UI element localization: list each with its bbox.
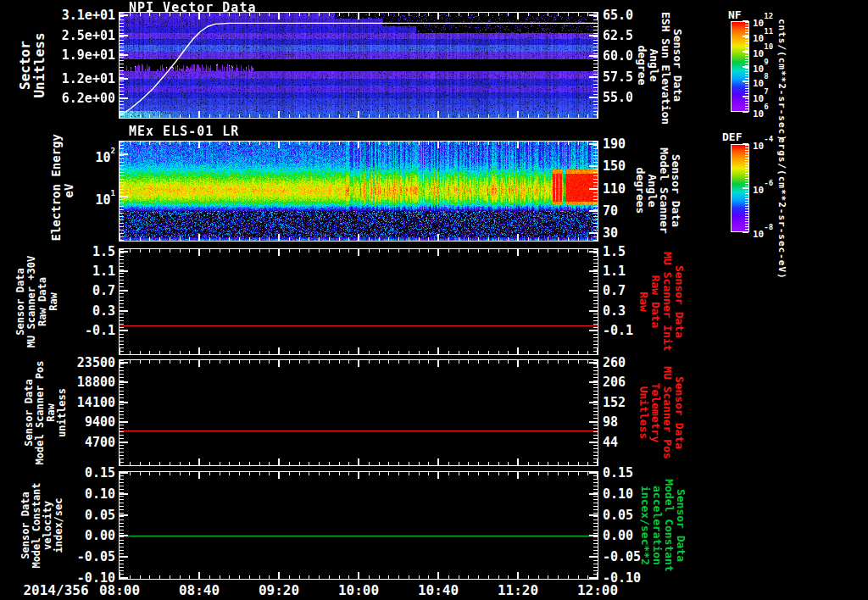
x-major-tick	[119, 458, 120, 465]
x-tick-label: 11:20	[487, 582, 548, 598]
y-tick-label: 0.3	[603, 304, 670, 318]
x-major-tick	[517, 347, 519, 354]
x-major-tick	[358, 111, 359, 118]
y-major-tick	[120, 97, 128, 99]
x-major-tick	[358, 472, 359, 479]
x-major-tick	[597, 458, 598, 465]
y-tick-label: 60.0	[603, 49, 670, 63]
x-major-tick	[198, 249, 200, 256]
y-tick-label: 150	[603, 159, 670, 173]
x-major-tick	[198, 458, 200, 465]
x-major-tick	[437, 234, 439, 241]
y-tick-label: -0.05	[47, 550, 115, 564]
y-tick-label: 62.5	[603, 29, 670, 42]
colorbar-tick-label: 10-8	[753, 226, 773, 240]
colorbar-tick-label: 106	[753, 106, 769, 119]
y-major-tick	[589, 472, 598, 474]
y-major-tick	[120, 472, 128, 474]
y-tick-label: 14100	[47, 396, 115, 409]
y-minor-ticks-right	[593, 360, 598, 465]
y-tick-label: 18800	[47, 375, 115, 389]
y-tick-label: -0.1	[603, 324, 670, 337]
x-tick-label: 09:20	[248, 582, 309, 598]
y-major-tick	[120, 54, 128, 56]
x-major-tick	[119, 347, 120, 354]
y-tick-label: 0.05	[603, 508, 670, 522]
x-major-tick	[278, 249, 280, 256]
y-tick-label: 0.05	[47, 508, 115, 522]
y-minor-ticks-right	[593, 472, 598, 579]
x-major-tick	[437, 360, 439, 367]
plot-window: { "figure": { "date_label": "2014/356", …	[0, 0, 868, 600]
x-major-tick	[198, 347, 200, 354]
x-major-tick	[517, 142, 519, 148]
y-major-tick	[589, 143, 598, 145]
y-tick-label: 0.7	[603, 284, 670, 297]
y-tick-label: -0.1	[47, 324, 115, 337]
x-major-tick	[437, 249, 439, 256]
x-major-tick	[437, 111, 439, 118]
y-major-tick	[589, 76, 598, 78]
y-tick-label: 4700	[47, 436, 115, 449]
y-tick-label: 6.2e+00	[47, 92, 115, 105]
colorbar-def-unit: ergs/(cm**2-sr-sec-eV)	[776, 137, 787, 280]
x-major-tick	[198, 472, 200, 479]
plot-panel-model-constant-velocity	[119, 471, 598, 580]
x-major-tick	[358, 458, 359, 465]
plot-panel-npi-vector-data	[119, 12, 598, 119]
x-major-tick	[517, 13, 519, 19]
y-major-tick	[120, 14, 128, 16]
x-major-tick	[278, 458, 280, 465]
y-major-tick	[589, 270, 598, 272]
y-tick-label: 1.5	[603, 245, 670, 258]
y-major-tick	[589, 232, 598, 234]
colorbar-def-title: DEF	[722, 131, 742, 143]
y-major-tick	[589, 362, 598, 364]
y-tick-label: 206	[603, 375, 670, 389]
x-major-tick	[278, 347, 280, 354]
y-major-tick	[120, 381, 128, 383]
y-major-tick	[120, 153, 128, 155]
y-major-tick	[120, 493, 128, 495]
colorbar-major-tick	[743, 66, 748, 68]
y-major-tick	[589, 14, 598, 16]
y-minor-ticks-right	[593, 142, 598, 241]
x-major-tick	[517, 234, 519, 241]
y-tick-label: 0.10	[603, 487, 670, 501]
y-tick-label: 1.2e+01	[47, 72, 115, 86]
y-tick-label: 1.1	[603, 264, 670, 278]
y-major-tick	[589, 493, 598, 495]
x-major-tick	[119, 111, 120, 118]
y-minor-ticks-left	[120, 249, 124, 354]
y-major-tick	[120, 514, 128, 516]
y-major-tick	[589, 165, 598, 167]
y-tick-label: 0.7	[47, 284, 115, 297]
y-major-tick	[589, 577, 598, 579]
x-major-tick	[517, 472, 519, 479]
x-major-tick	[198, 142, 200, 148]
y-major-tick	[120, 402, 128, 403]
y-tick-label: 1.9e+01	[47, 48, 115, 62]
y-minor-ticks-left	[120, 360, 124, 465]
x-major-tick	[597, 111, 598, 118]
y-major-tick	[120, 442, 128, 443]
y-tick-label: 55.0	[603, 91, 670, 104]
y-tick-label: 0.15	[47, 466, 115, 480]
x-major-tick	[597, 234, 598, 241]
x-major-tick	[119, 234, 120, 241]
colorbar-major-tick	[743, 96, 748, 97]
y-major-tick	[589, 556, 598, 558]
x-major-tick	[517, 458, 519, 465]
y-tick-label: 44	[603, 436, 670, 449]
x-major-tick	[358, 13, 359, 19]
y-tick-label: 0.10	[47, 487, 115, 501]
colorbar-nf-title: NF	[728, 8, 742, 21]
x-major-tick	[437, 458, 439, 465]
x-tick-label: 12:00	[567, 582, 628, 598]
x-major-tick	[278, 572, 280, 579]
y-tick-label: 152	[603, 396, 670, 409]
axis-label-sector: Sector Unitless	[18, 12, 47, 119]
y-tick-label: 102	[47, 147, 115, 164]
colorbar-major-tick	[743, 51, 748, 53]
x-major-tick	[278, 111, 280, 118]
